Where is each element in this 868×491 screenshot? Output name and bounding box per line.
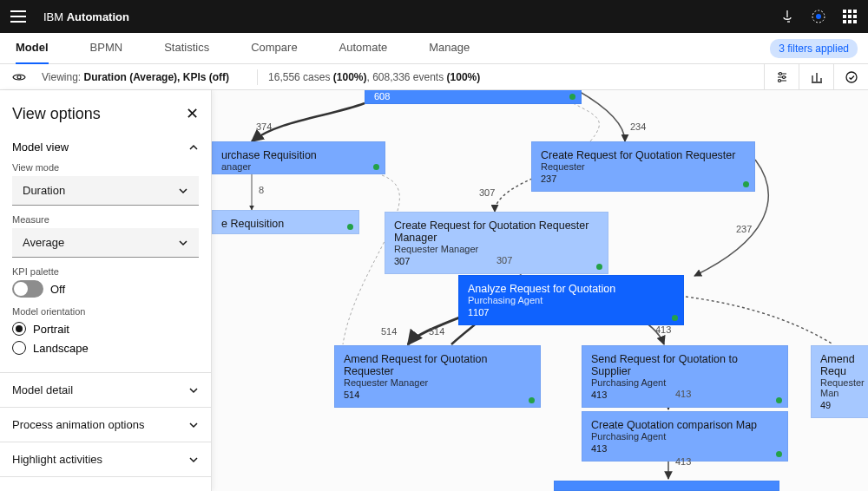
- status-dot-icon: [347, 224, 353, 230]
- svg-point-2: [17, 75, 21, 79]
- node-top[interactable]: 608: [365, 90, 582, 104]
- apps-icon[interactable]: [842, 9, 858, 24]
- node-count: 413: [591, 443, 779, 454]
- svg-point-3: [779, 73, 781, 75]
- chevron-down-icon: [178, 186, 188, 196]
- svg-point-4: [782, 76, 785, 79]
- view-mode-select[interactable]: Duration: [12, 176, 199, 206]
- radio-label: Landscape: [33, 342, 89, 355]
- section-model-view[interactable]: Model view: [12, 141, 199, 154]
- status-dot-icon: [373, 164, 379, 170]
- node-role: Requester Manager: [344, 377, 531, 388]
- node-role: Requester Man: [820, 377, 868, 398]
- node-title: urchase Requisition: [221, 149, 376, 161]
- chevron-up-icon: [188, 142, 199, 153]
- svg-point-1: [816, 14, 821, 19]
- node-analyze-rfq[interactable]: Analyze Request for Quotation Purchasing…: [458, 275, 684, 325]
- node-title: Analyze Request for Quotation: [468, 283, 674, 295]
- status-dot-icon: [569, 94, 575, 100]
- node-title: Create Quotation comparison Map: [591, 419, 779, 431]
- edge-label: 237: [736, 224, 752, 234]
- node-count: 237: [541, 173, 746, 184]
- node-title: Create Request for Quotation Requester: [541, 149, 746, 161]
- kpi-state: Off: [50, 283, 65, 296]
- node-count: 1107: [468, 307, 674, 318]
- node-role: Purchasing Agent: [591, 377, 779, 388]
- chevron-down-icon: [178, 238, 188, 248]
- node-purchase-requisition[interactable]: urchase Requisition anager: [212, 141, 385, 174]
- radio-icon: [12, 322, 26, 336]
- node-title: Amend Request for Quotation Requester: [344, 353, 531, 377]
- edge-label: 413: [655, 324, 671, 335]
- edge-label: 514: [381, 326, 397, 337]
- node-count: 49: [820, 400, 868, 410]
- node-count: 608: [374, 91, 572, 101]
- tab-statistics[interactable]: Statistics: [164, 33, 209, 64]
- connector-icon[interactable]: [779, 9, 795, 24]
- radio-portrait[interactable]: Portrait: [12, 322, 199, 336]
- node-title: Create Request for Quotation Requester M…: [394, 219, 599, 244]
- node-title: e Requisition: [221, 218, 350, 230]
- header-actions: [779, 9, 858, 24]
- edge-label: 413: [675, 389, 691, 399]
- filters-badge[interactable]: 3 filters applied: [770, 39, 858, 58]
- tab-manage[interactable]: Manage: [429, 33, 470, 64]
- tab-bpmn[interactable]: BPMN: [90, 33, 123, 64]
- edge-label: 8: [259, 185, 264, 195]
- status-dot-icon: [776, 397, 782, 403]
- kpi-toggle[interactable]: [12, 280, 43, 298]
- tabs-bar: Model BPMN Statistics Compare Automate M…: [0, 33, 868, 64]
- app-header: IBM Automation: [0, 0, 868, 33]
- node-bottom[interactable]: [554, 481, 779, 491]
- section-process-animation[interactable]: Process animation options: [0, 408, 211, 442]
- measure-select[interactable]: Average: [12, 228, 199, 258]
- tab-model[interactable]: Model: [16, 33, 49, 64]
- node-requisition[interactable]: e Requisition: [212, 210, 359, 234]
- settings-icon[interactable]: [764, 64, 799, 90]
- counts-label: 16,556 cases (100%), 608,336 events (100…: [268, 71, 480, 83]
- chevron-down-icon: [188, 455, 199, 465]
- check-icon[interactable]: [833, 64, 868, 90]
- node-create-rfq-requester[interactable]: Create Request for Quotation Requester R…: [531, 141, 755, 192]
- status-dot-icon: [776, 451, 782, 457]
- edge-label: 374: [256, 121, 272, 132]
- notifications-icon[interactable]: [811, 9, 826, 24]
- status-dot-icon: [596, 264, 602, 270]
- node-count: 514: [344, 390, 531, 400]
- radio-icon: [12, 341, 26, 355]
- section-model-detail[interactable]: Model detail: [0, 373, 211, 408]
- node-role: Requester: [541, 161, 746, 172]
- node-role: Purchasing Agent: [591, 431, 779, 442]
- node-role: Requester Manager: [394, 244, 599, 254]
- edge-label: 514: [429, 326, 444, 337]
- brand-label: IBM Automation: [43, 10, 129, 23]
- node-role: anager: [221, 161, 376, 172]
- menu-icon[interactable]: [10, 10, 26, 23]
- view-options-panel: View options ✕ Model view View mode Dura…: [0, 90, 212, 491]
- view-mode-label: View mode: [12, 162, 199, 173]
- panel-title: View options: [12, 105, 101, 123]
- node-role: Purchasing Agent: [468, 295, 674, 305]
- node-create-comparison-map[interactable]: Create Quotation comparison Map Purchasi…: [582, 411, 788, 462]
- node-amend-req-partial[interactable]: Amend Requ Requester Man 49: [811, 345, 868, 418]
- svg-point-6: [846, 72, 857, 82]
- section-highlight[interactable]: Highlight activities: [0, 442, 211, 477]
- chart-icon[interactable]: [799, 64, 833, 90]
- tab-compare[interactable]: Compare: [251, 33, 297, 64]
- edge-label: 234: [630, 121, 646, 132]
- visibility-icon[interactable]: [10, 70, 28, 84]
- orientation-label: Model orientation: [12, 306, 199, 317]
- viewing-label: Viewing: Duration (Average), KPIs (off): [42, 71, 229, 83]
- chevron-down-icon: [188, 385, 199, 396]
- status-dot-icon: [743, 181, 749, 187]
- edge-label: 307: [496, 255, 512, 265]
- chevron-down-icon: [188, 420, 199, 430]
- edge-label: 413: [675, 456, 691, 467]
- node-title: Amend Requ: [820, 353, 868, 377]
- tab-automate[interactable]: Automate: [339, 33, 388, 64]
- radio-landscape[interactable]: Landscape: [12, 341, 199, 355]
- close-icon[interactable]: ✕: [186, 104, 199, 123]
- node-amend-rfq-requester[interactable]: Amend Request for Quotation Requester Re…: [334, 345, 541, 408]
- svg-point-5: [778, 80, 780, 82]
- edge-label: 307: [479, 187, 495, 198]
